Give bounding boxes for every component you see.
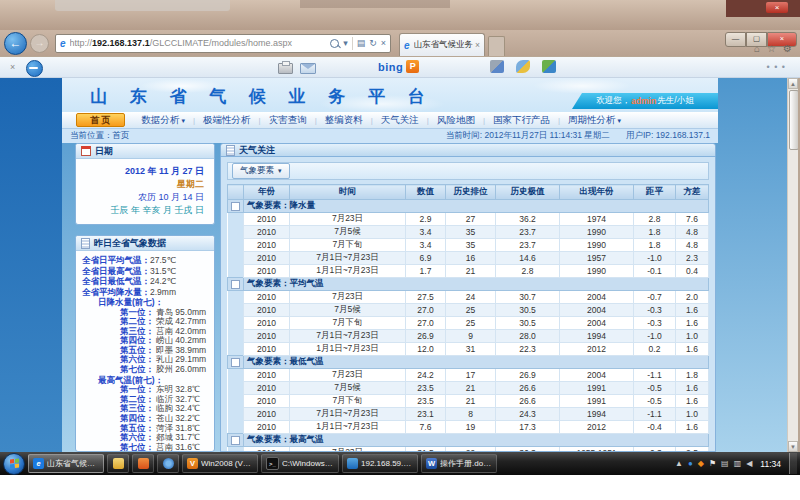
toolbar-close-icon[interactable]: × (10, 62, 15, 72)
network-icon[interactable]: ▤ (721, 460, 729, 468)
column-header: 距平 (634, 185, 676, 200)
expand-box-icon[interactable] (231, 436, 240, 445)
toolbar-plugin-icon-2[interactable] (516, 60, 530, 73)
main-area: 天气关注 气象要素 ▾ (220, 143, 716, 452)
taskbar-button-app-orange[interactable] (132, 454, 154, 473)
address-bar[interactable]: e http://192.168.137.1/GLCCLIMATE/module… (55, 34, 391, 53)
group-header-row[interactable]: 气象要素：最低气温 (228, 356, 709, 369)
search-icon[interactable] (330, 39, 339, 48)
nav-item-1[interactable]: 数据分析 ▾ (134, 114, 193, 127)
taskbar-button-vm[interactable]: VWin2008 (VS2... (182, 454, 258, 473)
nav-item-8[interactable]: 周期性分析 ▾ (560, 114, 629, 127)
table-row[interactable]: 20107月23日27.52430.72004-0.72.0 (228, 291, 709, 304)
browser-tab[interactable]: e 山东省气候业务平... × (399, 33, 485, 56)
mail-icon[interactable] (300, 63, 316, 74)
cell: 2.3 (676, 252, 709, 265)
cell: 2.8 (496, 265, 560, 278)
background-close-icon: × (766, 2, 788, 13)
table-row[interactable]: 20107月1日~7月23日23.1824.31994-1.11.0 (228, 408, 709, 421)
group-expand-cell[interactable] (228, 278, 244, 291)
table-row[interactable]: 20107月下旬27.02530.52004-0.31.6 (228, 317, 709, 330)
cell: 1.0 (676, 408, 709, 421)
table-row[interactable]: 20101月1日~7月23日7.61917.32012-0.41.6 (228, 421, 709, 434)
expand-box-icon[interactable] (231, 280, 240, 289)
group-header-row[interactable]: 气象要素：最高气温 (228, 434, 709, 447)
table-row[interactable]: 20107月下旬3.43523.719901.84.8 (228, 239, 709, 252)
table-row[interactable]: 20107月23日24.21726.92004-1.11.8 (228, 369, 709, 382)
print-icon[interactable] (278, 63, 293, 74)
nav-item-5[interactable]: 天气关注 (373, 114, 427, 127)
nav-item-2[interactable]: 极端性分析 (195, 114, 259, 127)
date-panel-title: 日期 (95, 145, 113, 158)
row-spacer-cell (228, 291, 244, 304)
task-label: Win2008 (VS2... (201, 459, 253, 468)
table-row[interactable]: 20101月1日~7月23日12.03122.320120.21.6 (228, 343, 709, 356)
power-icon[interactable]: ▥ (734, 460, 742, 468)
group-expand-cell[interactable] (228, 200, 244, 213)
show-desktop-button[interactable] (789, 453, 797, 474)
taskbar-button-ie[interactable]: e山东省气候业务... (28, 454, 104, 473)
cell: 17 (446, 369, 496, 382)
element-dropdown-button[interactable]: 气象要素 ▾ (232, 163, 290, 179)
nav-item-3[interactable]: 灾害查询 (261, 114, 315, 127)
nav-item-home[interactable]: 首 页 (76, 113, 125, 127)
group-expand-cell[interactable] (228, 434, 244, 447)
group-header-row[interactable]: 气象要素：平均气温 (228, 278, 709, 291)
table-row[interactable]: 20107月下旬23.52126.61991-0.51.6 (228, 395, 709, 408)
flag-icon[interactable]: ⚑ (709, 460, 716, 468)
refresh-icon[interactable]: ↻ (369, 38, 377, 48)
scroll-down-icon[interactable]: ▼ (788, 441, 798, 452)
table-row[interactable]: 20107月5候3.43523.719901.84.8 (228, 226, 709, 239)
new-tab-button[interactable] (488, 36, 505, 56)
tab-close-icon[interactable]: × (475, 40, 480, 50)
nav-item-4[interactable]: 整编资料 (317, 114, 371, 127)
date-panel: 日期 2012 年 11 月 27 日星期二农历 10 月 14 日壬辰 年 辛… (75, 143, 215, 225)
toolbar-logo-icon[interactable] (26, 60, 43, 77)
vertical-scrollbar[interactable]: ▲ ▼ (787, 78, 798, 452)
minimize-button[interactable]: — (725, 32, 746, 47)
stat-line: 全省平均降水量：2.9mm (82, 287, 211, 298)
taskbar-button-cmd[interactable]: >_C:\Windows\s... (261, 454, 339, 473)
toolbar-more-icon[interactable]: • • • (767, 62, 786, 72)
group-expand-cell[interactable] (228, 356, 244, 369)
url-text[interactable]: http://192.168.137.1/GLCCLIMATE/modules/… (70, 38, 331, 48)
scroll-up-icon[interactable]: ▲ (788, 78, 798, 89)
back-button[interactable]: ← (4, 32, 27, 55)
table-row[interactable]: 20101月1日~7月23日1.7212.81990-0.10.4 (228, 265, 709, 278)
expand-box-icon[interactable] (231, 202, 240, 211)
bing-logo[interactable]: bing P (378, 60, 419, 73)
group-header-row[interactable]: 气象要素：降水量 (228, 200, 709, 213)
address-dropdown-icon[interactable]: ▾ (343, 38, 348, 48)
flame-icon[interactable]: ◆ (698, 460, 704, 468)
safety-icon[interactable]: ● (688, 460, 693, 468)
show-hidden-icons-icon[interactable]: ▲ (675, 460, 683, 468)
table-row[interactable]: 20107月1日~7月23日26.9928.01994-1.01.0 (228, 330, 709, 343)
taskbar-button-folder[interactable] (107, 454, 129, 473)
taskbar-button-media[interactable] (157, 454, 179, 473)
compatibility-view-icon[interactable]: ▤ (357, 38, 366, 48)
toolbar-plugin-icon-3[interactable] (542, 60, 556, 73)
document-icon (81, 238, 90, 249)
gear-icon[interactable]: ⚙ (783, 43, 792, 54)
cell: 1990 (560, 226, 634, 239)
section-title: 日降水量(前七)： (82, 297, 211, 308)
table-row[interactable]: 20107月5候27.02530.52004-0.31.6 (228, 304, 709, 317)
home-icon[interactable]: ⌂ (754, 43, 760, 54)
cell: 1994 (560, 330, 634, 343)
taskbar-clock[interactable]: 11:34 (755, 459, 786, 469)
stop-icon[interactable]: × (381, 38, 386, 48)
toolbar-plugin-icon-1[interactable] (490, 60, 504, 73)
taskbar-button-word[interactable]: W操作手册.docx ... (421, 454, 497, 473)
start-button[interactable] (3, 453, 25, 475)
expand-box-icon[interactable] (231, 358, 240, 367)
volume-icon[interactable]: ◀ (746, 460, 752, 468)
favorites-star-icon[interactable]: ☆ (767, 43, 776, 54)
cell: 7月23日 (290, 291, 406, 304)
table-row[interactable]: 20107月1日~7月23日6.91614.61957-1.02.3 (228, 252, 709, 265)
table-row[interactable]: 20107月5候23.52126.61991-0.51.6 (228, 382, 709, 395)
taskbar-button-rdp[interactable]: 192.168.59.99... (342, 454, 418, 473)
nav-item-7[interactable]: 国家下行产品 (485, 114, 558, 127)
nav-item-6[interactable]: 风险地图 (429, 114, 483, 127)
forward-button[interactable]: → (30, 34, 49, 53)
table-row[interactable]: 20107月23日2.92736.219742.87.6 (228, 213, 709, 226)
